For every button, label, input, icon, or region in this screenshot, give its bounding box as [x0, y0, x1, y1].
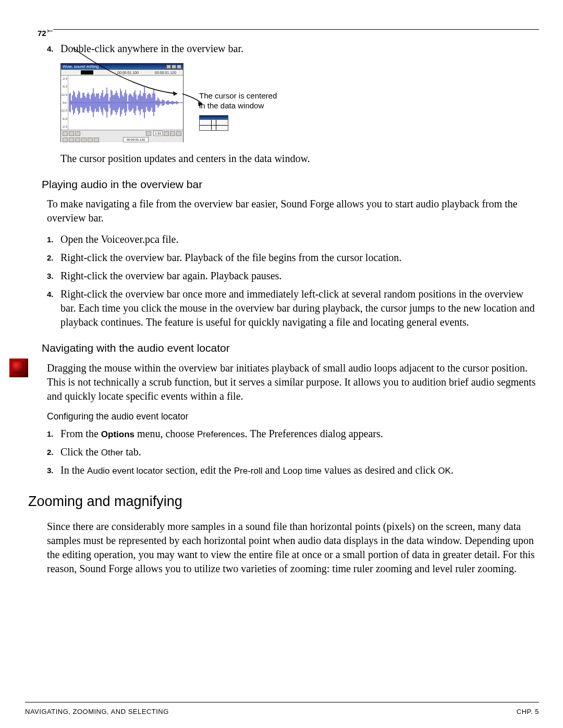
transport-btn	[94, 138, 99, 142]
t: values as desired and click	[322, 464, 438, 476]
transport-btn	[75, 138, 80, 142]
toolbar-btn	[75, 131, 80, 136]
transport-btn	[81, 138, 87, 142]
section-ael: Audio event locator	[87, 466, 163, 476]
ytick: -6.0	[62, 117, 67, 121]
ruler-time-2: 00:00:01.120	[155, 70, 176, 75]
field-looptime: Loop time	[283, 466, 322, 476]
screenshot-waveform-area: -2.5 -6.0 -12.0 -Inf. -12.0 -6.0 -2.5	[61, 76, 183, 130]
screenshot-titlebar: Wow, sound editing	[61, 64, 183, 70]
menu-options: Options	[101, 429, 134, 439]
transport-btn	[88, 138, 93, 142]
toolbar-btn	[176, 131, 181, 136]
mini-window	[199, 115, 228, 131]
footer-chapter: CHP. 5	[517, 708, 539, 715]
ytick: -2.5	[62, 77, 67, 81]
t: . The Preferences dialog appears.	[245, 428, 383, 439]
list-item: In the Audio event locator section, edit…	[47, 463, 539, 477]
t: menu, choose	[134, 428, 197, 439]
t: Click the	[60, 446, 101, 458]
toolbar-btn	[170, 131, 175, 136]
t: and	[263, 464, 283, 476]
ytick: -6.0	[62, 84, 67, 89]
ruler-time-1: 00:00:01.100	[117, 70, 139, 75]
t: In the	[60, 464, 87, 476]
heading-zooming: Zooming and magnifying	[28, 492, 539, 511]
margin-marker-icon	[9, 359, 28, 377]
screenshot-status-bar: 1:32 00:00:01.126	[61, 130, 183, 142]
toolbar-btn	[164, 131, 169, 136]
list-item: Right-click the overview bar again. Play…	[47, 269, 539, 283]
step-4: Double-click anywhere in the overview ba…	[47, 42, 539, 56]
callout: The cursor is centered in the data windo…	[199, 63, 539, 131]
toolbar-btn	[63, 131, 68, 136]
transport-btn	[63, 138, 68, 142]
waveform	[68, 76, 183, 130]
button-ok: OK	[438, 466, 451, 476]
t: section, edit the	[163, 464, 234, 476]
figure-row: Wow, sound editing 00:00:01.100 00:00:01…	[60, 63, 539, 142]
screenshot-overview-bar: 00:00:01.100 00:00:01.120	[61, 70, 183, 76]
list-item: From the Options menu, choose Preference…	[47, 427, 539, 441]
heading-navigating: Navigating with the audio event locator	[42, 341, 539, 355]
figure-caption: The cursor position updates and centers …	[60, 152, 539, 166]
callout-line2: in the data window	[199, 101, 539, 111]
screenshot-title: Wow, sound editing	[63, 64, 99, 70]
transport-btn	[69, 138, 74, 142]
intro-text: To make navigating a file from the overv…	[47, 197, 539, 225]
t: .	[451, 464, 454, 476]
menu-preferences: Preferences	[197, 429, 245, 439]
overview-selection	[81, 70, 93, 75]
toolbar-btn	[146, 131, 151, 136]
footer-section: NAVIGATING, ZOOMING, AND SELECTING	[25, 708, 169, 715]
ytick: -2.5	[62, 125, 67, 129]
list-item: Right-click the overview bar. Playback o…	[47, 251, 539, 265]
list-item: Click the Other tab.	[47, 445, 539, 459]
toolbar-btn	[69, 131, 74, 136]
time-display: 00:00:01.126	[123, 137, 149, 142]
field-preroll: Pre-roll	[234, 466, 263, 476]
page-number-decoration: ⤚	[47, 27, 53, 35]
y-axis: -2.5 -6.0 -12.0 -Inf. -12.0 -6.0 -2.5	[61, 76, 68, 130]
t: tab.	[123, 446, 141, 458]
ytick: -12.0	[60, 93, 67, 97]
window-buttons	[166, 65, 181, 69]
ytick: -12.0	[60, 108, 67, 113]
ytick: -Inf.	[62, 101, 67, 105]
list-item: Right-click the overview bar once more a…	[47, 287, 539, 329]
screenshot-waveform-window: Wow, sound editing 00:00:01.100 00:00:01…	[60, 63, 183, 142]
tab-other: Other	[101, 448, 124, 458]
t: From the	[60, 428, 101, 439]
body-text: Since there are considerably more sample…	[47, 520, 539, 576]
body-text: Dragging the mouse within the overview b…	[47, 361, 539, 403]
heading-playing-audio: Playing audio in the overview bar	[42, 177, 539, 192]
callout-line1: The cursor is centered	[199, 91, 539, 101]
list-item: Open the Voiceover.pca file.	[47, 232, 539, 246]
zoom-level: 1:32	[153, 131, 163, 136]
subheading-configuring: Configuring the audio event locator	[47, 411, 539, 423]
